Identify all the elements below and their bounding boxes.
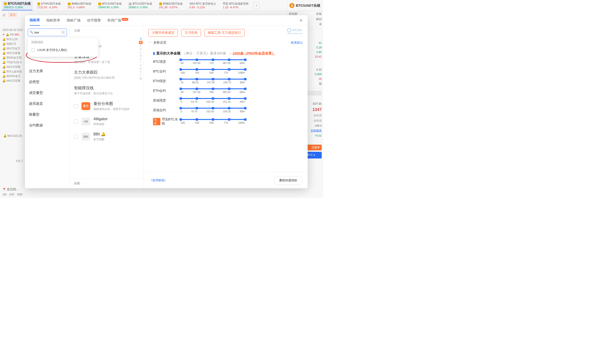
slider-handle[interactable] — [196, 118, 198, 121]
filter-chip[interactable]: 大额市价单成交 — [148, 29, 178, 36]
indicator-detail-column: 大额市价单成交主力吃单画线工具-主力成交统计 ﹀ 参数设置 恢复默认 ▮显示的大… — [144, 26, 308, 188]
modal-tabs: 指标库 指标胜率 指标广场 信号预警 布局广场NEW ✕ — [25, 15, 308, 26]
bell-icon: 🔔 — [101, 132, 106, 136]
pro-upgrade-link[interactable]: →1000条（PRO年会员专享） — [228, 51, 275, 55]
slider-handle[interactable] — [196, 68, 198, 71]
slider-handle[interactable] — [180, 97, 182, 100]
clear-search-icon[interactable]: ✕ — [61, 30, 65, 34]
category-item[interactable]: 能量型 — [25, 109, 70, 120]
category-item[interactable]: 合约数据 — [25, 120, 70, 131]
slider-handle[interactable] — [244, 78, 246, 80]
slider-handle[interactable] — [180, 107, 182, 109]
checkbox-icon[interactable] — [74, 134, 78, 139]
close-icon[interactable]: ✕ — [299, 18, 303, 23]
slider-handle[interactable] — [228, 78, 230, 80]
slider-handle[interactable] — [196, 59, 198, 61]
tab-layouts[interactable]: 布局广场NEW — [107, 15, 128, 25]
alpha-rail[interactable]: 主特ABCDEIKMST副 — [139, 37, 143, 80]
slider-handle[interactable] — [212, 78, 214, 80]
slider-row: 其他现货553.75102.50151.25200+ — [153, 98, 302, 103]
indicator-modal: 指标库 指标胜率 指标广场 信号预警 布局广场NEW ✕ AICoin www.… — [25, 15, 308, 188]
slider-handle[interactable] — [180, 78, 182, 80]
indicator-item[interactable]: BBIBBI 🔔多空指数 — [70, 129, 143, 144]
detail-footer: 《使用教程》 删除快捷指标 — [144, 172, 308, 188]
slider-handle[interactable] — [228, 118, 230, 121]
search-box: 🔍 ✕ — [28, 29, 67, 36]
slider-handle[interactable] — [196, 78, 198, 80]
slider-handle[interactable] — [196, 97, 198, 100]
slider-handle[interactable] — [180, 59, 182, 61]
slider-handle[interactable] — [244, 107, 246, 109]
category-item[interactable]: 趋势型 — [25, 77, 70, 87]
left-search-column: 🔍 ✕ 副图指标 LSUR 多空持仓人数比 压力支撑趋势型成交量型超买超卖能量型… — [25, 26, 70, 188]
tab-library[interactable]: 指标库 — [30, 15, 40, 26]
slider-handle[interactable] — [180, 118, 182, 121]
range-slider[interactable]: 30147.50265382.50500+ — [181, 88, 245, 93]
restore-default-button[interactable]: 恢复默认 — [291, 41, 303, 45]
checkbox-icon[interactable] — [74, 104, 78, 108]
category-item[interactable]: 压力支撑 — [25, 66, 70, 77]
indicator-scroll[interactable]: 主特ABCDEIKMST副 主力成交追踪已成交的主力大单全量深度挺方便的，市场深… — [70, 35, 143, 178]
checkbox-icon[interactable] — [74, 119, 78, 124]
range-slider[interactable]: 1586.25157.50228.75300+ — [181, 79, 245, 84]
range-slider[interactable]: 553.75102.50151.25200+ — [181, 98, 245, 103]
slider-row: ETH现货1586.25157.50228.75300+ — [153, 79, 302, 84]
filter-chip[interactable]: 画线工具-主力成交统计 — [204, 29, 245, 36]
search-result-lsur[interactable]: LSUR 多空持仓人数比 — [28, 46, 98, 54]
slider-handle[interactable] — [180, 68, 182, 71]
list-head-sub: 副图 — [70, 178, 143, 188]
tutorial-link[interactable]: 《使用教程》 — [149, 178, 167, 182]
slider-handle[interactable] — [244, 118, 246, 121]
new-badge: NEW — [122, 18, 128, 21]
param-header[interactable]: ﹀ 参数设置 恢复默认 — [144, 39, 308, 46]
slider-row: 其他合约578.75152.50226.25300+ — [153, 108, 302, 113]
slider-handle[interactable] — [244, 97, 246, 100]
indicator-item[interactable]: 智能撑压线基于市场深度，标记支撑压力位 — [70, 83, 143, 98]
slider-handle[interactable] — [212, 68, 214, 71]
slider-handle[interactable] — [228, 97, 230, 100]
search-input[interactable] — [28, 29, 67, 36]
slider-handle[interactable] — [212, 97, 214, 100]
slider-handle[interactable] — [180, 88, 182, 90]
slider-handle[interactable] — [196, 88, 198, 90]
tab-winrate[interactable]: 指标胜率 — [46, 15, 60, 25]
slider-handle[interactable] — [212, 107, 214, 109]
slider-row: BTC现货50162.50275387.50500+ — [153, 59, 302, 64]
section-title: ▮显示的大单金额 （单位：万美元）最多500条 →1000条（PRO年会员专享） — [153, 51, 302, 56]
slider-handle[interactable] — [228, 68, 230, 71]
slider-handle[interactable] — [196, 107, 198, 109]
range-slider[interactable]: 1003255507751000+ — [181, 119, 245, 124]
range-slider[interactable]: 50162.50275387.50500+ — [181, 59, 245, 64]
search-result-label: LSUR 多空持仓人数比 — [37, 48, 67, 52]
slider-handle[interactable] — [212, 118, 214, 121]
category-item[interactable]: 成交量型 — [25, 87, 70, 98]
indicator-badge: 量价 — [81, 102, 90, 110]
slider-handle[interactable] — [228, 88, 230, 90]
slider-handle[interactable] — [244, 59, 246, 61]
chevron-down-icon: ﹀ — [148, 41, 152, 45]
chip-row: 大额市价单成交主力吃单画线工具-主力成交统计 — [144, 26, 308, 39]
tab-market[interactable]: 指标广场 — [67, 15, 81, 25]
slider-handle[interactable] — [212, 88, 214, 90]
checkbox-icon[interactable] — [31, 48, 35, 52]
indicator-item[interactable]: 主力大单跟踪[强推] 70%+的PRO会员们都在用 — [70, 67, 143, 83]
range-slider[interactable]: 578.75152.50226.25300+ — [181, 108, 245, 113]
param-body: ▮显示的大单金额 （单位：万美元）最多500条 →1000条（PRO年会员专享）… — [144, 46, 308, 172]
slider-handle[interactable] — [228, 59, 230, 61]
indicator-badge: Alli — [81, 118, 90, 126]
filter-chip[interactable]: 主力吃单 — [181, 29, 201, 36]
indicator-item[interactable]: 量价量价分布图观察筹码分布，洞悉平均成本 — [70, 98, 143, 114]
dropdown-section-label: 副图指标 — [28, 38, 98, 46]
slider-handle[interactable] — [244, 88, 246, 90]
category-item[interactable]: 超买超卖 — [25, 98, 70, 109]
delete-shortcut-button[interactable]: 删除快捷指标 — [274, 176, 302, 185]
search-dropdown: 副图指标 LSUR 多空持仓人数比 — [28, 38, 98, 57]
tab-alerts[interactable]: 信号预警 — [87, 15, 101, 25]
indicator-item[interactable]: AlliAlligator鳄鱼指标 — [70, 114, 143, 129]
slider-handle[interactable] — [228, 107, 230, 109]
category-list: 压力支撑趋势型成交量型超买超卖能量型合约数据 — [25, 66, 70, 188]
slider-handle[interactable] — [244, 68, 246, 71]
param-label: 参数设置 — [154, 41, 166, 45]
range-slider[interactable]: 1003255507751000+ — [181, 69, 245, 74]
slider-handle[interactable] — [212, 59, 214, 61]
